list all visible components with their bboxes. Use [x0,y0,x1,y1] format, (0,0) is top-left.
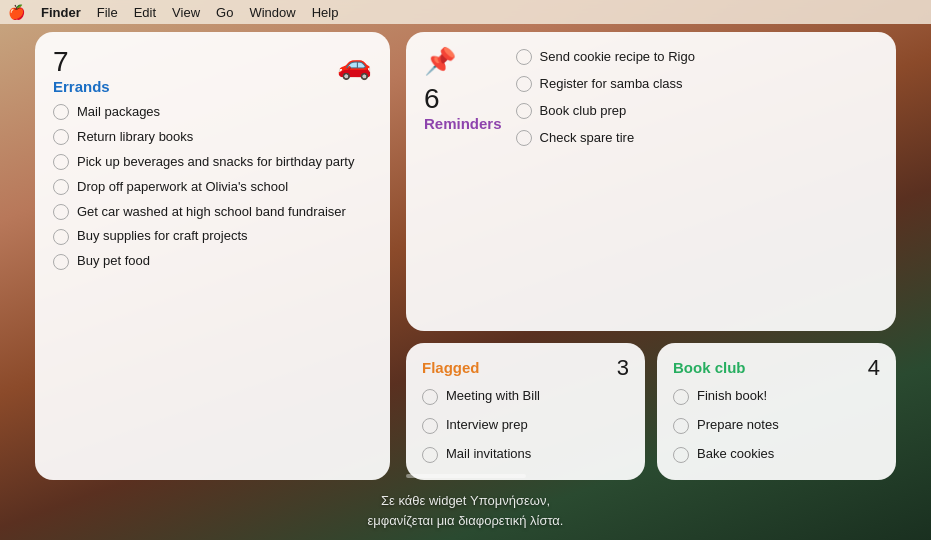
task-label: Pick up beverages and snacks for birthda… [77,154,354,171]
task-checkbox[interactable] [53,229,69,245]
task-label: Return library books [77,129,193,146]
menubar-view[interactable]: View [172,5,200,20]
menubar-file[interactable]: File [97,5,118,20]
caption-line2: εμφανίζεται μια διαφορετική λίστα. [368,511,564,531]
bottom-row: Flagged 3 Meeting with Bill Interview pr… [406,343,896,480]
menubar-edit[interactable]: Edit [134,5,156,20]
reminders-count-area: 6 Reminders [424,85,502,132]
right-column: 📌 6 Reminders Send cookie recipe to Rigo… [406,32,896,480]
task-label: Bake cookies [697,446,774,463]
reminders-tasks: Send cookie recipe to Rigo Register for … [516,46,878,317]
task-checkbox[interactable] [516,49,532,65]
task-item: Prepare notes [673,414,880,437]
task-checkbox[interactable] [53,204,69,220]
task-checkbox[interactable] [673,447,689,463]
task-label: Prepare notes [697,417,779,434]
task-label: Mail packages [77,104,160,121]
errands-count-title: 7 Errands [53,48,110,95]
errands-count: 7 [53,48,110,76]
reminders-left: 📌 6 Reminders [424,46,502,317]
task-label: Buy pet food [77,253,150,270]
flagged-header: Flagged 3 [422,357,629,379]
task-item: Mail invitations [422,443,629,466]
bookclub-widget: Book club 4 Finish book! Prepare notes B… [657,343,896,480]
errands-header: 7 Errands 🚗 [53,48,372,95]
task-label: Drop off paperwork at Olivia's school [77,179,288,196]
task-item: Buy supplies for craft projects [53,225,372,248]
task-item: Buy pet food [53,250,372,273]
task-checkbox[interactable] [53,129,69,145]
caption-area: Σε κάθε widget Υπομνήσεων, εμφανίζεται μ… [368,491,564,530]
task-item: Mail packages [53,101,372,124]
task-item: Return library books [53,126,372,149]
task-item: Meeting with Bill [422,385,629,408]
task-item: Drop off paperwork at Olivia's school [53,176,372,199]
reminders-title: Reminders [424,115,502,132]
task-checkbox[interactable] [422,418,438,434]
task-item: Send cookie recipe to Rigo [516,46,878,69]
task-item: Bake cookies [673,443,880,466]
errands-icon: 🚗 [337,48,372,81]
task-checkbox[interactable] [53,154,69,170]
task-item: Register for samba class [516,73,878,96]
reminders-count: 6 [424,85,502,113]
flagged-title: Flagged [422,359,480,376]
widgets-area: 7 Errands 🚗 Mail packages Return library… [35,32,896,480]
task-checkbox[interactable] [673,418,689,434]
caption-line1: Σε κάθε widget Υπομνήσεων, [368,491,564,511]
menubar-window[interactable]: Window [249,5,295,20]
task-item: Get car washed at high school band fundr… [53,201,372,224]
task-checkbox[interactable] [673,389,689,405]
task-label: Register for samba class [540,76,683,93]
bookclub-count: 4 [868,357,880,379]
menubar: 🍎 Finder File Edit View Go Window Help [0,0,931,24]
menubar-go[interactable]: Go [216,5,233,20]
task-item: Check spare tire [516,127,878,150]
flagged-count: 3 [617,357,629,379]
bookclub-title: Book club [673,359,746,376]
apple-menu[interactable]: 🍎 [8,4,25,20]
scroll-indicator [406,474,526,478]
task-label: Send cookie recipe to Rigo [540,49,695,66]
task-item: Interview prep [422,414,629,437]
bookclub-header: Book club 4 [673,357,880,379]
menubar-finder[interactable]: Finder [41,5,81,20]
reminders-pin-icon: 📌 [424,46,456,77]
task-label: Interview prep [446,417,528,434]
task-item: Finish book! [673,385,880,408]
task-label: Check spare tire [540,130,635,147]
task-label: Finish book! [697,388,767,405]
task-checkbox[interactable] [53,104,69,120]
task-checkbox[interactable] [516,103,532,119]
task-checkbox[interactable] [516,130,532,146]
task-checkbox[interactable] [53,179,69,195]
errands-title: Errands [53,78,110,95]
task-item: Pick up beverages and snacks for birthda… [53,151,372,174]
task-label: Buy supplies for craft projects [77,228,248,245]
menubar-help[interactable]: Help [312,5,339,20]
task-checkbox[interactable] [422,447,438,463]
task-label: Meeting with Bill [446,388,540,405]
task-checkbox[interactable] [53,254,69,270]
task-item: Book club prep [516,100,878,123]
task-label: Book club prep [540,103,627,120]
task-label: Mail invitations [446,446,531,463]
errands-widget: 7 Errands 🚗 Mail packages Return library… [35,32,390,480]
task-checkbox[interactable] [516,76,532,92]
reminders-widget: 📌 6 Reminders Send cookie recipe to Rigo… [406,32,896,331]
flagged-widget: Flagged 3 Meeting with Bill Interview pr… [406,343,645,480]
task-label: Get car washed at high school band fundr… [77,204,346,221]
task-checkbox[interactable] [422,389,438,405]
